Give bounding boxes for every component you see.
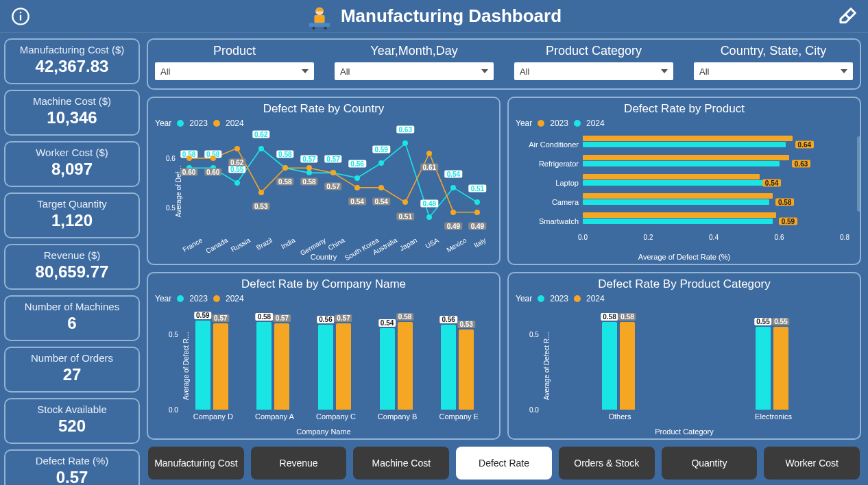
kpi-card[interactable]: Stock Available520 xyxy=(4,398,140,444)
y-tick: 0.0 xyxy=(529,406,539,414)
svg-point-2 xyxy=(20,12,21,13)
data-point[interactable] xyxy=(354,185,360,190)
info-button[interactable] xyxy=(7,7,34,26)
bar-category: Air Conditioner xyxy=(529,140,579,149)
tab-defect-rate[interactable]: Defect Rate xyxy=(456,447,552,480)
bar[interactable] xyxy=(583,142,786,147)
bar[interactable] xyxy=(583,161,780,166)
bar[interactable] xyxy=(398,322,413,410)
kpi-card[interactable]: Number of Machines6 xyxy=(4,295,140,341)
bar[interactable] xyxy=(336,323,351,410)
data-point[interactable] xyxy=(186,156,192,161)
bar[interactable] xyxy=(583,212,776,218)
bar-row: Air Conditioner0.64 xyxy=(583,135,845,154)
y-tick: 0.6 xyxy=(166,154,176,162)
page-title: Manufacturing Dashboard xyxy=(341,5,562,27)
legend-2024: 2024 xyxy=(586,119,605,128)
bar[interactable] xyxy=(213,323,228,410)
data-point[interactable] xyxy=(426,214,432,220)
clear-filters-button[interactable] xyxy=(834,6,861,27)
tab-worker-cost[interactable]: Worker Cost xyxy=(764,447,860,480)
legend-dot-2023 xyxy=(177,295,184,302)
tab-quantity[interactable]: Quantity xyxy=(662,447,758,480)
data-label: 0.58 xyxy=(300,178,317,186)
bar-label: 0.58 xyxy=(256,313,273,321)
bar[interactable] xyxy=(256,322,272,410)
bar[interactable] xyxy=(583,136,793,141)
data-label: 0.54 xyxy=(348,198,365,206)
kpi-card[interactable]: Machine Cost ($)10,346 xyxy=(4,90,140,136)
bar[interactable] xyxy=(756,327,771,410)
data-point[interactable] xyxy=(306,165,312,171)
bar[interactable] xyxy=(602,322,617,410)
data-point[interactable] xyxy=(258,146,264,151)
data-point[interactable] xyxy=(258,190,264,195)
kpi-card[interactable]: Manufacturing Cost ($)42,367.83 xyxy=(4,38,140,84)
bar-label: 0.56 xyxy=(317,316,334,323)
kpi-value: 42,367.83 xyxy=(8,57,136,76)
kpi-card[interactable]: Defect Rate (%)0.57 xyxy=(4,449,140,485)
legend-dot-2023 xyxy=(538,295,544,302)
data-label: 0.63 xyxy=(396,126,413,134)
bar[interactable] xyxy=(441,325,456,410)
data-point[interactable] xyxy=(234,146,240,151)
kpi-card[interactable]: Worker Cost ($)8,097 xyxy=(4,141,140,187)
x-tick: 0.6 xyxy=(775,234,784,241)
data-point[interactable] xyxy=(306,170,312,175)
data-label: 0.49 xyxy=(469,222,486,229)
kpi-label: Manufacturing Cost ($) xyxy=(8,44,136,55)
filter-dropdown[interactable]: All xyxy=(694,62,853,80)
data-point[interactable] xyxy=(426,151,432,156)
kpi-card[interactable]: Revenue ($)80,659.77 xyxy=(4,244,140,290)
data-point[interactable] xyxy=(378,160,384,166)
chart-scrollbar[interactable] xyxy=(857,136,861,212)
data-point[interactable] xyxy=(402,140,408,146)
bar[interactable] xyxy=(583,193,773,199)
bar[interactable] xyxy=(459,329,474,410)
data-point[interactable] xyxy=(234,180,240,186)
kpi-card[interactable]: Target Quantity1,120 xyxy=(4,192,140,238)
legend-dot-2024 xyxy=(213,295,220,302)
data-point[interactable] xyxy=(450,210,456,215)
bar-label: 0.58 xyxy=(396,313,413,321)
bar[interactable] xyxy=(274,323,289,410)
bar-label: 0.58 xyxy=(618,313,636,321)
filter-value: All xyxy=(160,66,170,77)
bar[interactable] xyxy=(583,180,763,186)
bar[interactable] xyxy=(583,199,769,205)
kpi-card[interactable]: Number of Orders27 xyxy=(4,347,140,393)
data-point[interactable] xyxy=(450,185,456,190)
tab-manufacturing-cost[interactable]: Manufacturing Cost xyxy=(148,447,244,480)
bar[interactable] xyxy=(318,325,333,410)
bar[interactable] xyxy=(380,328,395,410)
data-point[interactable] xyxy=(354,175,360,181)
data-point[interactable] xyxy=(282,165,288,171)
filter-dropdown[interactable]: All xyxy=(335,62,494,80)
bar-label: 0.59 xyxy=(779,217,797,225)
bar[interactable] xyxy=(583,155,789,160)
chevron-down-icon xyxy=(841,69,847,73)
legend-2023: 2023 xyxy=(189,119,208,128)
tab-machine-cost[interactable]: Machine Cost xyxy=(353,447,449,480)
data-point[interactable] xyxy=(402,199,408,205)
bar[interactable] xyxy=(195,321,210,410)
bar-group: 0.540.58 xyxy=(380,312,415,410)
data-point[interactable] xyxy=(210,156,216,161)
bar[interactable] xyxy=(773,327,788,410)
bar[interactable] xyxy=(583,219,773,224)
eraser-icon xyxy=(837,6,858,27)
filter-dropdown[interactable]: All xyxy=(155,62,314,80)
x-category: Company A xyxy=(255,412,294,421)
bar[interactable] xyxy=(620,322,635,410)
data-point[interactable] xyxy=(378,185,384,190)
tab-revenue[interactable]: Revenue xyxy=(251,447,347,480)
tab-bar: Manufacturing CostRevenueMachine CostDef… xyxy=(147,447,861,480)
data-point[interactable] xyxy=(330,170,336,175)
filter: Product Category All xyxy=(514,44,673,80)
filter-label: Product Category xyxy=(546,44,642,58)
tab-orders-stock[interactable]: Orders & Stock xyxy=(559,447,655,480)
filter-dropdown[interactable]: All xyxy=(514,62,673,80)
data-point[interactable] xyxy=(474,210,480,215)
data-point[interactable] xyxy=(474,199,480,205)
bar[interactable] xyxy=(583,174,760,179)
